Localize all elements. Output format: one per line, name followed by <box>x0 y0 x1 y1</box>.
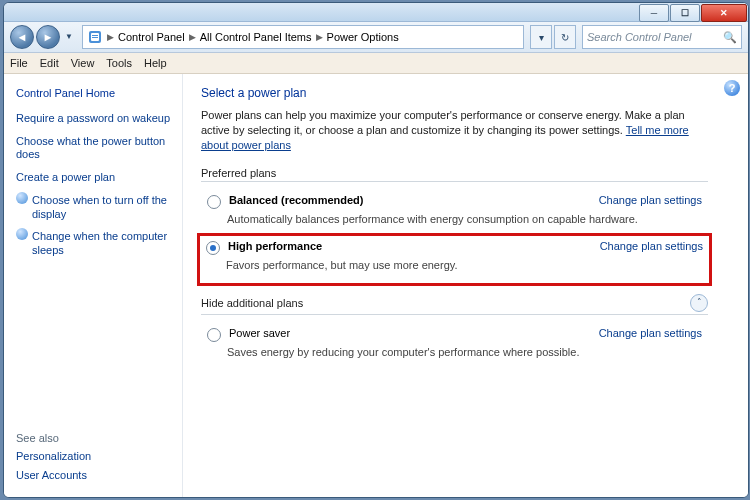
page-title: Select a power plan <box>201 86 708 100</box>
plan-highperf-name: High performance <box>228 240 322 252</box>
intro-text: Power plans can help you maximize your c… <box>201 108 708 153</box>
plan-balanced-desc: Automatically balances performance with … <box>227 213 708 225</box>
title-bar: ─ ☐ ✕ <box>4 3 748 22</box>
address-bar: ◄ ► ▼ ▶ Control Panel ▶ All Control Pane… <box>4 22 748 53</box>
search-input[interactable]: Search Control Panel 🔍 <box>582 25 742 49</box>
menu-file[interactable]: File <box>10 57 28 69</box>
breadcrumb-item[interactable]: All Control Panel Items <box>200 31 312 43</box>
preferred-plans-label: Preferred plans <box>201 167 708 179</box>
breadcrumb-item[interactable]: Power Options <box>327 31 399 43</box>
hide-additional-plans-label[interactable]: Hide additional plans <box>201 297 303 309</box>
sidebar-link-sleep[interactable]: Change when the computer sleeps <box>32 230 174 258</box>
sleep-icon <box>16 228 28 240</box>
menu-view[interactable]: View <box>71 57 95 69</box>
sidebar-link-turn-off-display[interactable]: Choose when to turn off the display <box>32 194 174 222</box>
radio-selected-dot <box>210 245 216 251</box>
plan-powersaver-desc: Saves energy by reducing your computer's… <box>227 346 708 358</box>
menu-edit[interactable]: Edit <box>40 57 59 69</box>
plan-highperf-radio[interactable] <box>206 241 220 255</box>
hide-additional-plans-row: Hide additional plans ˄ <box>201 294 708 312</box>
sidebar-home-link[interactable]: Control Panel Home <box>16 87 174 101</box>
sidebar-link-power-button[interactable]: Choose what the power button does <box>16 135 174 163</box>
plan-powersaver-change-link[interactable]: Change plan settings <box>599 327 702 339</box>
refresh-button[interactable]: ↻ <box>554 25 576 49</box>
seealso-user-accounts[interactable]: User Accounts <box>16 469 174 483</box>
forward-button[interactable]: ► <box>36 25 60 49</box>
intro-body: Power plans can help you maximize your c… <box>201 109 685 136</box>
nav-history-dropdown[interactable]: ▼ <box>62 25 76 47</box>
chevron-right-icon: ▶ <box>107 32 114 42</box>
close-button[interactable]: ✕ <box>701 4 747 22</box>
highlight-box: High performance Change plan settings Fa… <box>197 233 712 286</box>
breadcrumb[interactable]: ▶ Control Panel ▶ All Control Panel Item… <box>82 25 524 49</box>
window: ─ ☐ ✕ ◄ ► ▼ ▶ Control Panel ▶ All Contro… <box>3 2 749 498</box>
plan-highperf-desc: Favors performance, but may use more ene… <box>226 259 709 271</box>
display-icon <box>16 192 28 204</box>
control-panel-icon <box>87 29 103 45</box>
plan-balanced-name: Balanced (recommended) <box>229 194 363 206</box>
collapse-button[interactable]: ˄ <box>690 294 708 312</box>
body: Control Panel Home Require a password on… <box>4 74 748 497</box>
search-placeholder: Search Control Panel <box>587 31 692 43</box>
content-pane: ? Select a power plan Power plans can he… <box>183 74 748 497</box>
plan-highperf-row: High performance Change plan settings <box>200 236 709 257</box>
back-button[interactable]: ◄ <box>10 25 34 49</box>
maximize-button[interactable]: ☐ <box>670 4 700 22</box>
svg-rect-2 <box>92 35 98 36</box>
plan-powersaver-row: Power saver Change plan settings <box>201 323 708 344</box>
chevron-right-icon: ▶ <box>189 32 196 42</box>
seealso-personalization[interactable]: Personalization <box>16 450 174 464</box>
plan-balanced-change-link[interactable]: Change plan settings <box>599 194 702 206</box>
svg-rect-3 <box>92 37 98 38</box>
plan-powersaver-radio[interactable] <box>207 328 221 342</box>
sidebar-link-wakeup-password[interactable]: Require a password on wakeup <box>16 112 174 126</box>
menu-tools[interactable]: Tools <box>106 57 132 69</box>
chevron-right-icon: ▶ <box>316 32 323 42</box>
breadcrumb-dropdown[interactable]: ▾ <box>530 25 552 49</box>
plan-highperf-change-link[interactable]: Change plan settings <box>600 240 703 252</box>
divider <box>201 181 708 182</box>
search-icon: 🔍 <box>723 31 737 44</box>
menu-help[interactable]: Help <box>144 57 167 69</box>
breadcrumb-item[interactable]: Control Panel <box>118 31 185 43</box>
sidebar: Control Panel Home Require a password on… <box>4 74 183 497</box>
minimize-button[interactable]: ─ <box>639 4 669 22</box>
sidebar-link-create-plan[interactable]: Create a power plan <box>16 171 174 185</box>
menu-bar: File Edit View Tools Help <box>4 53 748 74</box>
plan-balanced-radio[interactable] <box>207 195 221 209</box>
see-also-title: See also <box>16 432 174 444</box>
help-button[interactable]: ? <box>724 80 740 96</box>
plan-powersaver-name: Power saver <box>229 327 290 339</box>
plan-balanced-row: Balanced (recommended) Change plan setti… <box>201 190 708 211</box>
see-also-section: See also Personalization User Accounts <box>16 426 174 490</box>
divider <box>201 314 708 315</box>
